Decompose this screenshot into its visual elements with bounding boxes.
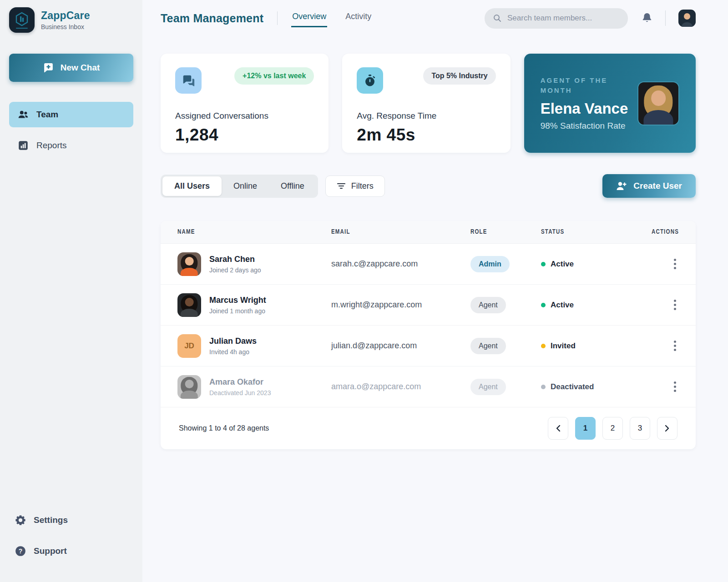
column-email: EMAIL: [331, 229, 470, 236]
new-chat-button[interactable]: New Chat: [9, 54, 133, 82]
tab-online[interactable]: Online: [222, 176, 269, 196]
tab-overview[interactable]: Overview: [291, 9, 327, 27]
header-tabs: Overview Activity: [291, 9, 372, 27]
agent-photo: [637, 81, 679, 125]
help-icon: ?: [15, 545, 26, 557]
user-filter-tabs: All Users Online Offline: [161, 175, 318, 198]
stats-row: +12% vs last week Assigned Conversations…: [161, 54, 696, 153]
row-actions-menu[interactable]: [671, 379, 679, 395]
filters-button[interactable]: Filters: [325, 176, 385, 197]
notifications-button[interactable]: [642, 12, 652, 24]
chat-plus-icon: [43, 62, 54, 74]
chat-bubbles-icon: [175, 67, 202, 94]
filters-label: Filters: [351, 181, 374, 191]
column-name: NAME: [177, 229, 331, 236]
sidebar: ZappCare Business Inbox New Chat Team Re…: [0, 0, 142, 582]
stopwatch-icon: [357, 67, 383, 94]
row-actions-menu[interactable]: [671, 297, 679, 313]
status-badge: Active: [541, 301, 644, 310]
avatar: [177, 375, 201, 399]
row-actions-menu[interactable]: [671, 338, 679, 354]
stat-label: Avg. Response Time: [357, 111, 495, 121]
page-button-2[interactable]: 2: [602, 417, 623, 440]
member-joined: Invited 4h ago: [209, 348, 257, 356]
create-user-button[interactable]: Create User: [602, 174, 696, 198]
new-chat-label: New Chat: [61, 63, 100, 73]
sidebar-item-reports[interactable]: Reports: [9, 133, 133, 158]
svg-text:?: ?: [19, 547, 23, 555]
member-joined: Joined 1 month ago: [209, 307, 266, 315]
status-dot: [541, 262, 546, 266]
create-user-label: Create User: [633, 181, 682, 191]
agent-of-month-card: AGENT OF THE MONTH Elena Vance 98% Satis…: [524, 54, 696, 153]
divider: [277, 11, 278, 25]
status-badge: Active: [541, 260, 644, 269]
avatar: [177, 293, 201, 317]
search-box[interactable]: [485, 8, 628, 29]
status-dot: [541, 344, 546, 348]
chevron-right-icon: [665, 425, 670, 432]
brand-subtitle: Business Inbox: [41, 23, 90, 30]
user-plus-icon: [616, 181, 627, 191]
sidebar-item-team[interactable]: Team: [9, 102, 133, 127]
status-badge: Invited: [541, 341, 644, 351]
member-email: sarah.c@zappcare.com: [331, 259, 470, 269]
member-joined: Joined 2 days ago: [209, 266, 261, 274]
page-button-3[interactable]: 3: [630, 417, 650, 440]
member-email: julian.d@zappcare.com: [331, 341, 470, 351]
next-page-button[interactable]: [657, 417, 677, 440]
table-row: Amara Okafor Deactivated Jun 2023 amara.…: [161, 366, 696, 407]
hexagon-logo-icon: [15, 12, 29, 26]
member-name: Julian Daws: [209, 336, 257, 346]
status-badge: Deactivated: [541, 382, 644, 391]
member-name: Amara Okafor: [209, 377, 271, 387]
agent-of-month-name: Elena Vance: [541, 100, 632, 117]
page-button-1[interactable]: 1: [575, 417, 596, 440]
team-table: NAME EMAIL ROLE STATUS ACTIONS Sarah Che…: [161, 221, 696, 449]
member-joined: Deactivated Jun 2023: [209, 389, 271, 396]
reports-icon: [17, 140, 29, 151]
table-footer: Showing 1 to 4 of 28 agents 1 2 3: [161, 407, 696, 449]
column-role: ROLE: [470, 229, 541, 236]
profile-avatar[interactable]: [678, 10, 696, 27]
zappcare-logo-icon: [9, 7, 35, 33]
prev-page-button[interactable]: [548, 417, 568, 440]
member-email: m.wright@zappcare.com: [331, 300, 470, 310]
pagination-summary: Showing 1 to 4 of 28 agents: [179, 424, 269, 432]
sidebar-item-support[interactable]: ? Support: [9, 538, 133, 564]
tab-activity[interactable]: Activity: [344, 9, 372, 27]
support-label: Support: [34, 546, 67, 556]
table-header: NAME EMAIL ROLE STATUS ACTIONS: [161, 221, 696, 244]
bell-icon: [642, 12, 652, 24]
row-actions-menu[interactable]: [671, 256, 679, 272]
agent-of-month-eyebrow: AGENT OF THE MONTH: [541, 75, 632, 95]
settings-label: Settings: [34, 515, 68, 525]
pagination: 1 2 3: [548, 417, 677, 440]
status-dot: [541, 385, 546, 389]
agent-of-month-satisfaction: 98% Satisfaction Rate: [541, 121, 632, 131]
stat-value: 2m 45s: [357, 125, 495, 145]
column-actions: ACTIONS: [644, 229, 679, 236]
filter-row: All Users Online Offline Filters Create …: [161, 174, 696, 198]
sidebar-item-settings[interactable]: Settings: [9, 507, 133, 533]
status-dot: [541, 303, 546, 307]
chevron-left-icon: [556, 425, 561, 432]
filter-icon: [337, 182, 346, 190]
brand-name: ZappCare: [41, 10, 90, 22]
role-badge: Agent: [470, 379, 506, 395]
stat-card-conversations: +12% vs last week Assigned Conversations…: [161, 54, 329, 153]
brand: ZappCare Business Inbox: [9, 7, 133, 33]
avatar: [177, 252, 201, 276]
table-row: Marcus Wright Joined 1 month ago m.wrigh…: [161, 285, 696, 326]
table-row: Sarah Chen Joined 2 days ago sarah.c@zap…: [161, 244, 696, 285]
tab-all-users[interactable]: All Users: [162, 176, 222, 196]
page-title: Team Management: [161, 12, 263, 25]
sidebar-item-label: Team: [36, 110, 58, 120]
topbar: Team Management Overview Activity: [161, 7, 696, 29]
stat-label: Assigned Conversations: [175, 111, 314, 121]
stat-badge: Top 5% Industry: [423, 67, 495, 85]
avatar-initials: JD: [177, 334, 201, 358]
search-input[interactable]: [507, 14, 620, 23]
tab-offline[interactable]: Offline: [269, 176, 316, 196]
divider: [665, 10, 666, 26]
